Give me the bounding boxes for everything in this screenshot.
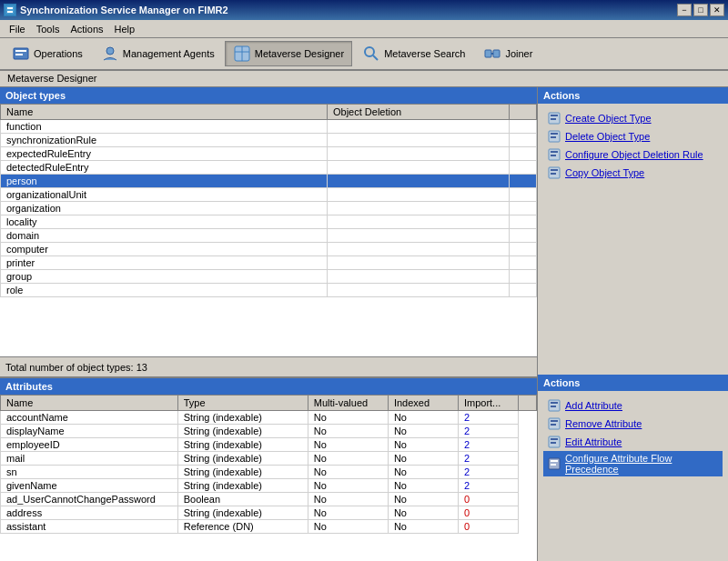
action-label-remove-attribute: Remove Attribute xyxy=(565,418,642,429)
attribute-row[interactable]: mailString (indexable)NoNo2 xyxy=(1,452,537,466)
svg-rect-32 xyxy=(551,424,556,426)
attribute-row[interactable]: accountNameString (indexable)NoNo2 xyxy=(1,411,537,425)
object-type-extra xyxy=(510,270,537,284)
attr-col-scroll-header xyxy=(519,396,537,411)
object-types-table-container[interactable]: Name Object Deletion functionsynchroniza… xyxy=(0,104,537,356)
attr-name: sn xyxy=(1,466,178,479)
action-icon-edit-attribute xyxy=(547,435,561,449)
attr-col-type-header: Type xyxy=(177,396,308,411)
attributes-table: Name Type Multi-valued Indexed Import...… xyxy=(0,395,537,534)
title-bar: Synchronization Service Manager on FIMR2… xyxy=(0,0,728,20)
object-type-row[interactable]: group xyxy=(1,270,537,284)
object-type-extra xyxy=(510,120,537,134)
object-type-deletion xyxy=(328,188,510,202)
svg-rect-28 xyxy=(551,402,558,404)
attributes-table-container[interactable]: Name Type Multi-valued Indexed Import...… xyxy=(0,395,537,561)
svg-rect-38 xyxy=(551,464,556,466)
attribute-row[interactable]: snString (indexable)NoNo2 xyxy=(1,466,537,479)
object-type-name: printer xyxy=(1,256,328,270)
object-type-row[interactable]: expectedRuleEntry xyxy=(1,147,537,161)
attr-name: employeeID xyxy=(1,438,178,452)
attribute-row[interactable]: ad_UserCannotChangePasswordBooleanNoNo0 xyxy=(1,493,537,506)
object-actions-panel: Actions Create Object TypeDelete Object … xyxy=(538,87,728,187)
toolbar-metaverse-designer[interactable]: Metaverse Designer xyxy=(225,41,352,66)
metaverse-designer-label: Metaverse Designer xyxy=(255,48,344,59)
action-icon-remove-attribute xyxy=(547,416,561,431)
action-icon-configure-deletion-rule xyxy=(547,147,561,162)
object-type-row[interactable]: organizationalUnit xyxy=(1,188,537,202)
main-content: Object types Name Object Deletion functi… xyxy=(0,87,728,561)
attr-name: mail xyxy=(1,452,178,466)
action-add-attribute[interactable]: Add Attribute xyxy=(543,396,723,415)
object-type-extra xyxy=(510,243,537,256)
attr-name: displayName xyxy=(1,425,178,438)
object-type-deletion xyxy=(328,202,510,215)
toolbar-joiner[interactable]: Joiner xyxy=(475,41,541,66)
toolbar-operations[interactable]: Operations xyxy=(4,41,91,66)
attribute-row[interactable]: addressString (indexable)NoNo0 xyxy=(1,506,537,520)
window-controls: − □ ✕ xyxy=(677,4,724,16)
attr-type: String (indexable) xyxy=(177,506,308,520)
object-type-row[interactable]: computer xyxy=(1,243,537,256)
action-delete-object-type[interactable]: Delete Object Type xyxy=(543,127,723,145)
attribute-row[interactable]: givenNameString (indexable)NoNo2 xyxy=(1,479,537,493)
action-edit-attribute[interactable]: Edit Attribute xyxy=(543,433,723,451)
attr-import: 2 xyxy=(458,425,518,438)
toolbar-management-agents[interactable]: Management Agents xyxy=(93,41,223,66)
object-type-name: person xyxy=(1,175,328,188)
action-label-edit-attribute: Edit Attribute xyxy=(565,436,622,447)
object-type-deletion xyxy=(328,175,510,188)
object-type-name: group xyxy=(1,270,328,284)
object-type-deletion xyxy=(328,256,510,270)
attributes-header: Attributes xyxy=(0,378,537,395)
attr-indexed: No xyxy=(388,466,458,479)
object-type-extra xyxy=(510,175,537,188)
attr-type: String (indexable) xyxy=(177,425,308,438)
maximize-button[interactable]: □ xyxy=(693,4,708,16)
object-type-name: role xyxy=(1,284,328,297)
object-type-row[interactable]: person xyxy=(1,175,537,188)
object-type-deletion xyxy=(328,147,510,161)
attr-name: ad_UserCannotChangePassword xyxy=(1,493,178,506)
object-type-row[interactable]: organization xyxy=(1,202,537,215)
action-configure-deletion-rule[interactable]: Configure Object Deletion Rule xyxy=(543,145,723,164)
object-types-count: Total number of object types: 13 xyxy=(5,362,147,373)
object-type-row[interactable]: role xyxy=(1,284,537,297)
svg-rect-13 xyxy=(493,50,500,57)
object-type-row[interactable]: synchronizationRule xyxy=(1,134,537,147)
object-type-row[interactable]: printer xyxy=(1,256,537,270)
svg-rect-35 xyxy=(551,442,556,444)
menu-actions[interactable]: Actions xyxy=(65,22,108,36)
attribute-row[interactable]: displayNameString (indexable)NoNo2 xyxy=(1,425,537,438)
attribute-row[interactable]: employeeIDString (indexable)NoNo2 xyxy=(1,438,537,452)
right-panel: Actions Create Object TypeDelete Object … xyxy=(537,87,728,561)
action-label-add-attribute: Add Attribute xyxy=(565,400,622,411)
svg-rect-12 xyxy=(485,50,491,57)
attr-type: String (indexable) xyxy=(177,479,308,493)
attribute-row[interactable]: assistantReference (DN)NoNo0 xyxy=(1,520,537,534)
menu-tools[interactable]: Tools xyxy=(31,22,66,36)
action-configure-flow-precedence[interactable]: Configure Attribute Flow Precedence xyxy=(543,451,723,476)
object-type-row[interactable]: function xyxy=(1,120,537,134)
action-copy-object-type[interactable]: Copy Object Type xyxy=(543,164,723,182)
toolbar-metaverse-search[interactable]: Metaverse Search xyxy=(354,41,473,66)
action-create-object-type[interactable]: Create Object Type xyxy=(543,109,723,127)
attr-indexed: No xyxy=(388,493,458,506)
attr-name: accountName xyxy=(1,411,178,425)
svg-rect-20 xyxy=(551,136,556,138)
object-type-row[interactable]: domain xyxy=(1,229,537,243)
svg-rect-16 xyxy=(551,115,558,116)
menu-help[interactable]: Help xyxy=(109,22,141,36)
minimize-button[interactable]: − xyxy=(677,4,692,16)
svg-point-10 xyxy=(365,47,374,56)
attr-multivalued: No xyxy=(308,425,388,438)
svg-rect-0 xyxy=(5,5,15,15)
close-button[interactable]: ✕ xyxy=(710,4,724,16)
operations-icon xyxy=(12,45,30,63)
object-type-row[interactable]: locality xyxy=(1,215,537,229)
attr-indexed: No xyxy=(388,506,458,520)
object-type-row[interactable]: detectedRuleEntry xyxy=(1,161,537,175)
object-type-deletion xyxy=(328,120,510,134)
menu-file[interactable]: File xyxy=(4,22,31,36)
action-remove-attribute[interactable]: Remove Attribute xyxy=(543,415,723,433)
